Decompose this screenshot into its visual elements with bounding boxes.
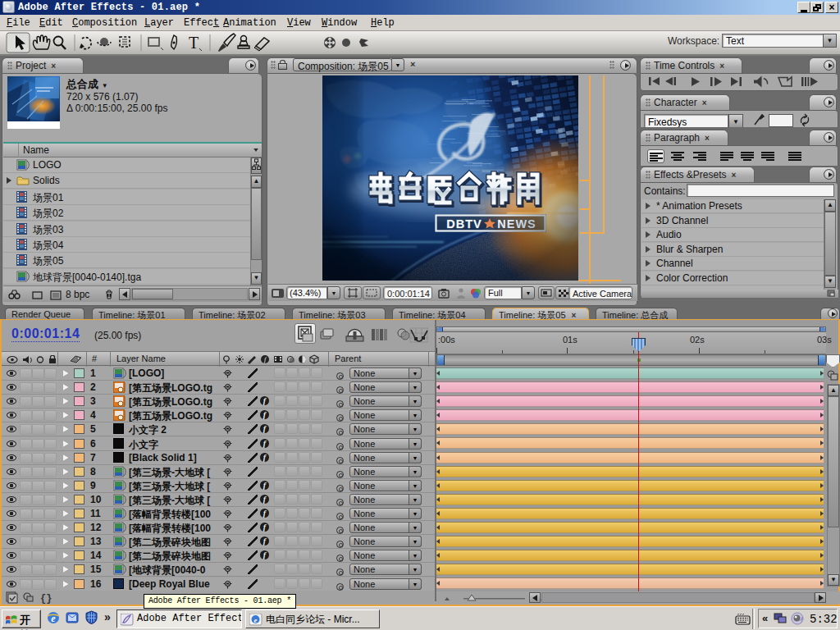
svg-text:{}: {} <box>40 593 52 604</box>
svg-text:T: T <box>189 34 199 52</box>
svg-text:e: e <box>254 616 258 624</box>
